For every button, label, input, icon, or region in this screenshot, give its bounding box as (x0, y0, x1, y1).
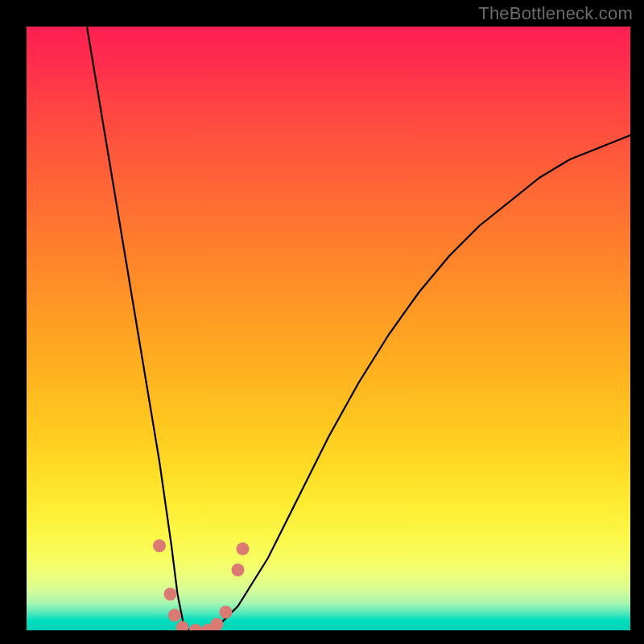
watermark-text: TheBottleneck.com (478, 3, 633, 24)
plot-area (27, 27, 630, 630)
left-mid-dot (164, 588, 177, 601)
valley-dot-1 (189, 624, 202, 630)
curve-markers (153, 539, 250, 630)
chart-frame: TheBottleneck.com (0, 0, 644, 644)
bottleneck-curve (87, 27, 630, 630)
left-bottom-dot (176, 621, 189, 630)
right-upper-2 (237, 543, 250, 555)
right-mid-dot (220, 606, 233, 619)
left-low-dot (168, 609, 181, 621)
right-low-dot (210, 618, 223, 631)
curve-svg (27, 27, 630, 630)
right-upper-1 (232, 564, 245, 576)
left-upper-dot (153, 539, 166, 552)
